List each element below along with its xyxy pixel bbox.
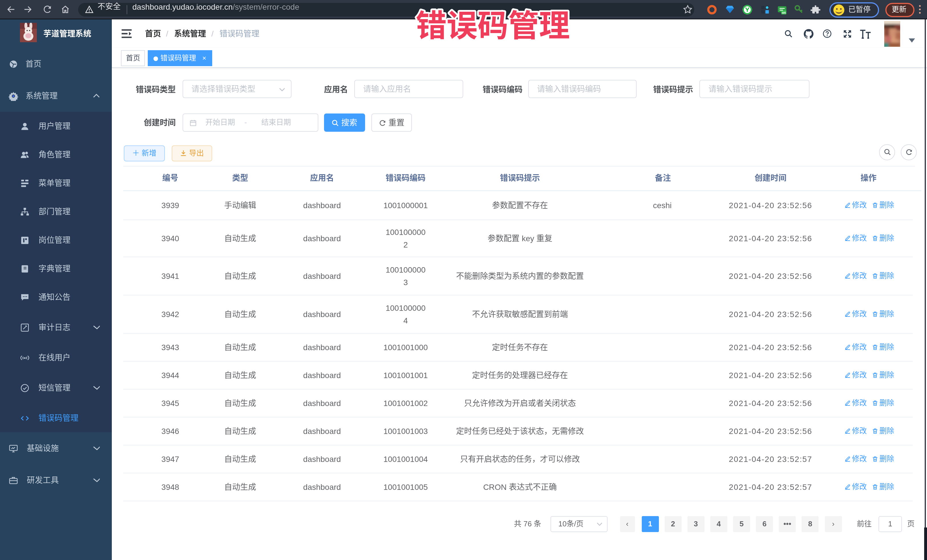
svg-text:on: on xyxy=(782,11,786,14)
svg-text:错误码管理: 错误码管理 xyxy=(416,9,570,43)
